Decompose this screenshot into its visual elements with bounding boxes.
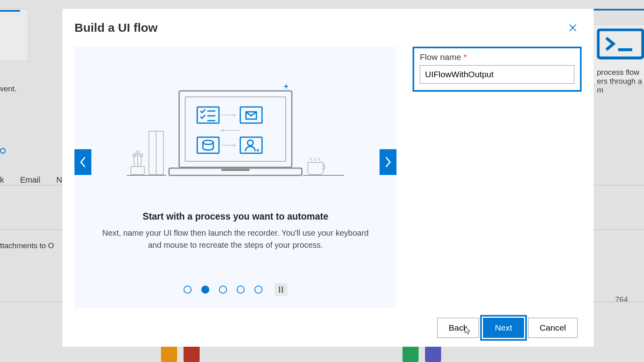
svg-point-25: [248, 140, 253, 146]
svg-rect-29: [279, 286, 280, 293]
carousel-pause-button[interactable]: [275, 283, 287, 296]
svg-text:+: +: [256, 148, 259, 153]
chevron-left-icon: [79, 156, 87, 168]
carousel-dot-3[interactable]: [219, 286, 227, 294]
carousel-subtext: Next, name your UI flow then launch the …: [99, 227, 372, 251]
svg-rect-11: [221, 169, 250, 171]
carousel-dot-5[interactable]: [254, 286, 262, 294]
svg-marker-20: [221, 129, 223, 132]
carousel-prev-button[interactable]: [74, 149, 91, 175]
svg-marker-17: [233, 113, 236, 117]
svg-rect-2: [131, 167, 144, 175]
close-button[interactable]: [568, 23, 578, 33]
close-icon: [568, 23, 578, 33]
svg-text:+: +: [284, 82, 289, 91]
svg-rect-18: [240, 107, 262, 123]
next-button[interactable]: Next: [483, 318, 524, 338]
carousel-illustration: +: [74, 55, 396, 207]
svg-rect-8: [179, 91, 292, 167]
cursor-icon: [464, 326, 472, 335]
modal-body: +: [62, 39, 594, 312]
svg-point-22: [203, 140, 213, 144]
build-ui-flow-modal: Build a UI flow: [62, 9, 594, 347]
carousel-heading: Start with a process you want to automat…: [99, 211, 372, 222]
laptop-illustration-icon: +: [127, 79, 344, 183]
carousel: +: [74, 47, 396, 308]
carousel-dot-2[interactable]: [201, 286, 209, 294]
pause-icon: [279, 286, 283, 293]
modal-footer: Back Next Cancel: [62, 312, 594, 347]
chevron-right-icon: [384, 156, 392, 168]
carousel-indicators: [74, 283, 396, 296]
flow-name-label: Flow name *: [420, 52, 574, 62]
modal-title: Build a UI flow: [74, 21, 158, 35]
carousel-dot-4[interactable]: [237, 286, 245, 294]
carousel-next-button[interactable]: [380, 149, 396, 175]
cancel-button[interactable]: Cancel: [528, 318, 578, 338]
svg-rect-21: [197, 137, 219, 153]
back-button[interactable]: Back: [437, 318, 479, 338]
carousel-dot-1[interactable]: [184, 286, 192, 294]
flow-name-field-group: Flow name *: [413, 47, 582, 92]
flow-name-input[interactable]: [420, 65, 574, 84]
required-mark: *: [464, 52, 467, 62]
modal-header: Build a UI flow: [62, 9, 594, 39]
svg-rect-30: [282, 286, 283, 293]
form-panel: Flow name *: [413, 47, 582, 308]
carousel-text: Start with a process you want to automat…: [74, 207, 396, 263]
svg-marker-23: [233, 144, 236, 147]
